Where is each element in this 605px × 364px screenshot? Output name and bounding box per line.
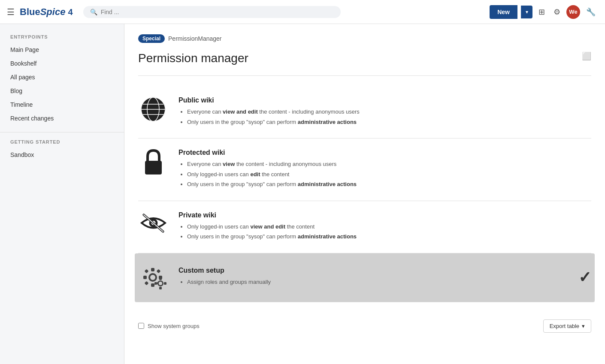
logo-text: BlueSpice 4 — [20, 6, 73, 18]
public-wiki-bullet-2: Only users in the group "sysop" can perf… — [187, 118, 591, 126]
svg-rect-6 — [145, 161, 162, 174]
sidebar-divider — [0, 132, 124, 132]
layout: ENTRYPOINTS Main Page Bookshelf All page… — [0, 24, 605, 364]
svg-rect-24 — [159, 287, 162, 289]
custom-setup-option[interactable]: Custom setup Assign roles and groups man… — [135, 253, 595, 302]
public-wiki-content: Public wiki Everyone can view and edit t… — [178, 96, 591, 128]
entrypoints-label: ENTRYPOINTS — [0, 34, 124, 43]
gears-icon — [138, 264, 168, 292]
sidebar-item-all-pages[interactable]: All pages — [0, 70, 124, 84]
search-input[interactable] — [101, 9, 334, 15]
wrench-icon-button[interactable]: 🔧 — [584, 5, 598, 19]
svg-rect-17 — [145, 269, 149, 273]
export-chevron-icon: ▾ — [582, 323, 585, 329]
public-wiki-title: Public wiki — [178, 96, 591, 104]
svg-line-10 — [144, 215, 163, 232]
sidebar-item-main-page[interactable]: Main Page — [0, 43, 124, 57]
export-label: Export table — [550, 323, 579, 329]
private-wiki-bullet-2: Only users in the group "sysop" can perf… — [187, 232, 591, 241]
protected-wiki-list: Everyone can view the content - includin… — [178, 160, 591, 189]
private-wiki-content: Private wiki Only logged-in users can vi… — [178, 211, 591, 243]
protected-wiki-title: Protected wiki — [178, 149, 591, 156]
svg-rect-18 — [157, 269, 161, 273]
new-dropdown-button[interactable]: ▾ — [521, 6, 532, 18]
breadcrumb-special: Special — [138, 34, 165, 43]
protected-wiki-content: Protected wiki Everyone can view the con… — [178, 149, 591, 190]
page-header: Permission manager ⬜ — [138, 51, 591, 65]
public-wiki-bullet-1: Everyone can view and edit the content -… — [187, 108, 591, 116]
custom-setup-content: Custom setup Assign roles and groups man… — [178, 267, 568, 288]
page-title: Permission manager — [138, 51, 248, 65]
svg-rect-13 — [151, 268, 154, 271]
sidebar-item-recent-changes[interactable]: Recent changes — [0, 111, 124, 125]
search-bar[interactable]: 🔍 — [83, 6, 341, 18]
svg-point-12 — [150, 275, 155, 280]
svg-point-22 — [159, 282, 162, 285]
getting-started-label: GETTING STARTED — [0, 139, 124, 148]
svg-rect-14 — [151, 283, 154, 287]
protected-wiki-bullet-3: Only users in the group "sysop" can perf… — [187, 180, 591, 189]
sidebar-item-blog[interactable]: Blog — [0, 84, 124, 98]
sidebar-item-bookshelf[interactable]: Bookshelf — [0, 57, 124, 70]
export-button[interactable]: Export table ▾ — [543, 319, 591, 333]
logo: BlueSpice 4 — [20, 6, 73, 18]
show-groups-label: Show system groups — [148, 323, 200, 329]
lock-icon — [138, 149, 168, 177]
private-wiki-list: Only logged-in users can view and edit t… — [178, 223, 591, 241]
eye-slash-icon — [138, 211, 168, 235]
protected-wiki-option[interactable]: Protected wiki Everyone can view the con… — [138, 138, 591, 201]
custom-setup-title: Custom setup — [178, 267, 568, 274]
private-wiki-bullet-1: Only logged-in users can view and edit t… — [187, 223, 591, 231]
protected-wiki-bullet-1: Everyone can view the content - includin… — [187, 160, 591, 168]
protected-wiki-bullet-2: Only logged-in users can edit the conten… — [187, 170, 591, 179]
sidebar-item-timeline[interactable]: Timeline — [0, 98, 124, 111]
svg-rect-15 — [143, 276, 147, 279]
new-button[interactable]: New — [490, 5, 517, 19]
sidebar-item-sandbox[interactable]: Sandbox — [0, 148, 124, 162]
public-wiki-list: Everyone can view and edit the content -… — [178, 108, 591, 126]
user-avatar[interactable]: We — [566, 5, 580, 19]
globe-icon — [138, 96, 168, 122]
show-groups-checkbox[interactable] — [138, 323, 144, 329]
grid-icon-button[interactable]: ⊞ — [536, 5, 548, 19]
topnav-actions: New ▾ ⊞ ⚙ We 🔧 — [490, 5, 598, 19]
show-groups-control[interactable]: Show system groups — [138, 323, 200, 329]
expand-icon[interactable]: ⬜ — [582, 51, 591, 61]
header-divider — [138, 75, 591, 76]
topnav: ☰ BlueSpice 4 🔍 New ▾ ⊞ ⚙ We 🔧 — [0, 0, 605, 24]
private-wiki-option[interactable]: Private wiki Only logged-in users can vi… — [138, 201, 591, 253]
svg-rect-23 — [159, 277, 162, 280]
public-wiki-option[interactable]: Public wiki Everyone can view and edit t… — [138, 86, 591, 138]
hamburger-button[interactable]: ☰ — [7, 7, 15, 17]
settings-icon-button[interactable]: ⚙ — [551, 5, 563, 19]
bottom-bar: Show system groups Export table ▾ — [138, 313, 591, 333]
breadcrumb-page: PermissionManager — [168, 35, 222, 42]
private-wiki-title: Private wiki — [178, 211, 591, 219]
selected-checkmark: ✓ — [578, 268, 591, 286]
svg-rect-19 — [145, 281, 149, 285]
sidebar: ENTRYPOINTS Main Page Bookshelf All page… — [0, 24, 124, 364]
custom-setup-bullet-1: Assign roles and groups manually — [187, 278, 568, 286]
main-content: Special PermissionManager Permission man… — [124, 24, 605, 364]
svg-rect-25 — [154, 282, 157, 285]
custom-setup-list: Assign roles and groups manually — [178, 278, 568, 286]
search-icon: 🔍 — [90, 9, 97, 15]
breadcrumb: Special PermissionManager — [138, 34, 591, 43]
svg-rect-26 — [164, 282, 166, 285]
